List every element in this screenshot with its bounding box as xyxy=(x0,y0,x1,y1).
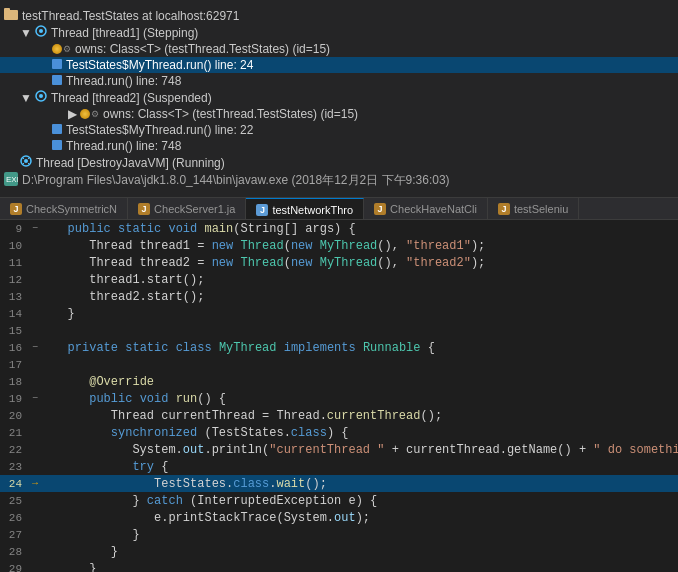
tab-icon-2: J xyxy=(256,204,268,216)
line-14: 14 } xyxy=(0,305,678,322)
thread2-stack1[interactable]: TestStates$MyThread.run() line: 22 xyxy=(0,122,678,138)
line-10: 10 Thread thread1 = new Thread(new MyThr… xyxy=(0,237,678,254)
tab-4[interactable]: J testSeleniu xyxy=(488,198,579,220)
svg-rect-5 xyxy=(52,75,62,85)
tab-0[interactable]: J CheckSymmetricN xyxy=(0,198,128,220)
line-num-25: 25 xyxy=(0,495,28,507)
line-content-18: @Override xyxy=(42,375,154,389)
code-editor[interactable]: 9 − public static void main(String[] arg… xyxy=(0,220,678,572)
line-content-21: synchronized (TestStates.class) { xyxy=(42,426,348,440)
line-19: 19 − public void run() { xyxy=(0,390,678,407)
line-content-22: System.out.println("currentThread " + cu… xyxy=(42,443,678,457)
line-16: 16 − private static class MyThread imple… xyxy=(0,339,678,356)
line-num-23: 23 xyxy=(0,461,28,473)
line-content-28: } xyxy=(42,545,118,559)
code-lines: 9 − public static void main(String[] arg… xyxy=(0,220,678,572)
line-11: 11 Thread thread2 = new Thread(new MyThr… xyxy=(0,254,678,271)
line-content-12: thread1.start(); xyxy=(42,273,204,287)
thread2-item[interactable]: ▼ Thread [thread2] (Suspended) xyxy=(0,89,678,106)
stack-icon-selected xyxy=(52,58,62,72)
line-22: 22 System.out.println("currentThread " +… xyxy=(0,441,678,458)
line-content-17 xyxy=(42,358,53,372)
line-content-24: TestStates.class.wait(); xyxy=(42,477,327,491)
debug-root-title[interactable]: testThread.TestStates at localhost:62971 xyxy=(0,7,678,24)
thread1-item[interactable]: ▼ Thread [thread1] (Stepping) xyxy=(0,24,678,41)
line-21: 21 synchronized (TestStates.class) { xyxy=(0,424,678,441)
tab-bar: J CheckSymmetricN J CheckServer1.ja J te… xyxy=(0,198,678,220)
line-28: 28 } xyxy=(0,543,678,560)
svg-rect-8 xyxy=(52,124,62,134)
tab-icon-0: J xyxy=(10,203,22,215)
line-num-29: 29 xyxy=(0,563,28,573)
thread-destroy-item[interactable]: Thread [DestroyJavaVM] (Running) xyxy=(0,154,678,171)
svg-rect-4 xyxy=(52,59,62,69)
exe-icon: EXE xyxy=(4,172,18,189)
thread1-stack2[interactable]: Thread.run() line: 748 xyxy=(0,73,678,89)
line-12: 12 thread1.start(); xyxy=(0,271,678,288)
line-content-27: } xyxy=(42,528,140,542)
line-27: 27 } xyxy=(0,526,678,543)
thread1-owns[interactable]: ⚙ owns: Class<T> (testThread.TestStates)… xyxy=(0,41,678,57)
tab-2[interactable]: J testNetworkThro xyxy=(246,198,364,220)
thread2-owns[interactable]: ▶ ⚙ owns: Class<T> (testThread.TestState… xyxy=(0,106,678,122)
line-num-15: 15 xyxy=(0,325,28,337)
line-content-11: Thread thread2 = new Thread(new MyThread… xyxy=(42,256,485,270)
tab-label-0: CheckSymmetricN xyxy=(26,203,117,215)
tab-3[interactable]: J CheckHaveNatCli xyxy=(364,198,488,220)
thread-icon xyxy=(35,25,47,40)
line-9: 9 − public static void main(String[] arg… xyxy=(0,220,678,237)
tab-label-1: CheckServer1.ja xyxy=(154,203,235,215)
svg-rect-1 xyxy=(4,8,10,12)
line-num-26: 26 xyxy=(0,512,28,524)
line-20: 20 Thread currentThread = Thread.current… xyxy=(0,407,678,424)
tab-label-4: testSeleniu xyxy=(514,203,568,215)
thread1-label: Thread [thread1] (Stepping) xyxy=(51,26,198,40)
line-content-26: e.printStackTrace(System.out); xyxy=(42,511,370,525)
line-23: 23 try { xyxy=(0,458,678,475)
tab-icon-3: J xyxy=(374,203,386,215)
line-num-10: 10 xyxy=(0,240,28,252)
line-content-29: } xyxy=(42,562,96,573)
stack-icon4 xyxy=(52,139,62,153)
exe-item: EXE D:\Program Files\Java\jdk1.8.0_144\b… xyxy=(0,171,678,190)
line-num-27: 27 xyxy=(0,529,28,541)
exe-label: D:\Program Files\Java\jdk1.8.0_144\bin\j… xyxy=(22,172,450,189)
thread-icon3 xyxy=(20,155,32,170)
svg-rect-9 xyxy=(52,140,62,150)
line-num-14: 14 xyxy=(0,308,28,320)
line-num-24: 24 xyxy=(0,478,28,490)
line-content-16: private static class MyThread implements… xyxy=(42,341,435,355)
line-gutter-19: − xyxy=(28,393,42,404)
line-gutter-16: − xyxy=(28,342,42,353)
line-content-19: public void run() { xyxy=(42,392,226,406)
tab-icon-1: J xyxy=(138,203,150,215)
svg-text:EXE: EXE xyxy=(6,175,18,184)
thread1-stack-selected[interactable]: TestStates$MyThread.run() line: 24 xyxy=(0,57,678,73)
stack-icon2 xyxy=(52,74,62,88)
thread2-owns-label: owns: Class<T> (testThread.TestStates) (… xyxy=(103,107,358,121)
line-num-12: 12 xyxy=(0,274,28,286)
line-num-9: 9 xyxy=(0,223,28,235)
thread1-owns-label: owns: Class<T> (testThread.TestStates) (… xyxy=(75,42,330,56)
folder-icon xyxy=(4,8,18,23)
line-29: 29 } xyxy=(0,560,678,572)
line-content-13: thread2.start(); xyxy=(42,290,204,304)
line-18: 18 @Override xyxy=(0,373,678,390)
thread2-stack2[interactable]: Thread.run() line: 748 xyxy=(0,138,678,154)
thread-destroy-label: Thread [DestroyJavaVM] (Running) xyxy=(36,156,225,170)
line-num-13: 13 xyxy=(0,291,28,303)
line-15: 15 xyxy=(0,322,678,339)
owns-icon: ⚙ xyxy=(52,44,71,54)
tab-label-3: CheckHaveNatCli xyxy=(390,203,477,215)
tab-1[interactable]: J CheckServer1.ja xyxy=(128,198,246,220)
line-gutter-9: − xyxy=(28,223,42,234)
thread1-stack2-label: Thread.run() line: 748 xyxy=(66,74,181,88)
line-content-15 xyxy=(42,324,53,338)
debug-panel: testThread.TestStates at localhost:62971… xyxy=(0,0,678,198)
expand-icon-owns: ▶ xyxy=(68,107,77,121)
thread1-stack1-label: TestStates$MyThread.run() line: 24 xyxy=(66,58,253,72)
line-num-20: 20 xyxy=(0,410,28,422)
expand-icon2: ▼ xyxy=(20,91,32,105)
line-num-19: 19 xyxy=(0,393,28,405)
line-13: 13 thread2.start(); xyxy=(0,288,678,305)
